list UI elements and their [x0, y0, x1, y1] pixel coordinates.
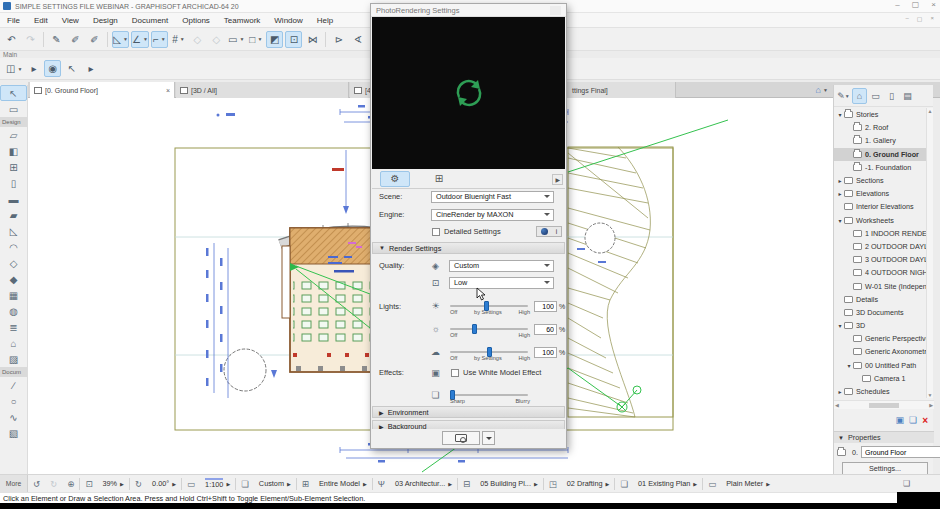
tree-expand-icon[interactable]: ▸: [836, 388, 844, 395]
slope-icon[interactable]: ∠▼: [131, 31, 149, 48]
tree-item-3d[interactable]: ▾3D: [834, 319, 927, 332]
redo-icon[interactable]: ↷: [22, 31, 39, 48]
tree-expand-icon[interactable]: ▾: [836, 217, 844, 224]
minimize-button[interactable]: –: [895, 0, 899, 9]
menu-file[interactable]: File: [0, 13, 27, 27]
tree-expand-icon[interactable]: ▾: [845, 362, 853, 369]
chevron-right-icon[interactable]: ▶: [606, 481, 610, 487]
chevron-right-icon[interactable]: ▶: [448, 481, 452, 487]
scene-select[interactable]: Outdoor Bluenight Fast: [431, 191, 554, 203]
menu-document[interactable]: Document: [125, 13, 175, 27]
chevron-right-icon[interactable]: ▶: [226, 481, 230, 487]
dimension-style-value[interactable]: Plain Meter: [726, 479, 763, 488]
tree-item-generic-axonometr[interactable]: Generic Axonometr: [834, 345, 927, 358]
marquee-tool[interactable]: ▭: [0, 101, 27, 117]
tree-item-2-roof[interactable]: 2. Roof: [834, 121, 927, 134]
model-filter-icon[interactable]: ⊞: [302, 479, 309, 489]
tree-expand-icon[interactable]: ▸: [836, 190, 844, 197]
fit-view-icon[interactable]: ⊡: [85, 479, 92, 489]
stair-tool[interactable]: ≣: [0, 319, 27, 335]
forward-icon[interactable]: ▸: [25, 60, 42, 77]
sun-light-value[interactable]: [534, 301, 557, 312]
arrow-mode-icon[interactable]: ↖: [63, 60, 80, 77]
menu-window[interactable]: Window: [267, 13, 309, 27]
pan-icon[interactable]: ◩: [266, 31, 283, 48]
zoom-icon[interactable]: ⋈: [304, 31, 321, 48]
structure-filter-value[interactable]: Entire Model: [319, 479, 360, 488]
menu-teamwork[interactable]: Teamwork: [217, 13, 267, 27]
snap-points-icon[interactable]: ◇: [208, 31, 225, 48]
tree-item-0-ground-floor[interactable]: 0. Ground Floor: [834, 148, 927, 161]
properties-header[interactable]: ▼ Properties: [834, 431, 934, 443]
door-tool[interactable]: ◧: [0, 143, 27, 159]
start-render-button[interactable]: [442, 431, 480, 445]
tree-item-interior-elevations[interactable]: Interior Elevations: [834, 200, 927, 213]
quality-select[interactable]: Custom: [449, 260, 554, 272]
morph-tool[interactable]: ◆: [0, 271, 27, 287]
drafting-icon[interactable]: ◳: [549, 479, 557, 489]
orientation-value[interactable]: 0.00°: [152, 479, 169, 488]
tree-expand-icon[interactable]: ▸: [836, 177, 844, 184]
circle-tool[interactable]: ○: [0, 393, 27, 409]
model-view-options-value[interactable]: 05 Building Pl...: [480, 479, 531, 488]
scale-icon[interactable]: ▭: [187, 479, 195, 489]
menu-options[interactable]: Options: [175, 13, 217, 27]
tree-expand-icon[interactable]: ▾: [836, 322, 844, 329]
view-tab-1[interactable]: [3D / All]: [176, 82, 349, 98]
ambient-light-value[interactable]: [534, 347, 557, 358]
dimension-icon[interactable]: ▭: [708, 479, 716, 489]
trim-icon[interactable]: ⊳: [330, 31, 347, 48]
tree-item-generic-perspective[interactable]: Generic Perspective: [834, 332, 927, 345]
close-button[interactable]: ×: [931, 0, 936, 9]
project-map-tab[interactable]: ⌂: [852, 88, 867, 104]
tree-vertical-scrollbar[interactable]: ▲▼: [926, 108, 933, 398]
pick-color-icon[interactable]: ✐: [86, 31, 103, 48]
pen-set-value[interactable]: 03 Architectur...: [395, 479, 445, 488]
rotate-view-icon[interactable]: ↻: [135, 479, 142, 489]
line-tool[interactable]: ∕: [0, 377, 27, 393]
relative-coords-icon[interactable]: ⌐▼: [151, 31, 168, 48]
tree-item-2-outdoor-daylig[interactable]: 2 OUTDOOR DAYLIG: [834, 240, 927, 253]
tree-item-details[interactable]: Details: [834, 293, 927, 306]
drawing-scale-value[interactable]: 1:100: [205, 478, 223, 489]
dialog-close-button[interactable]: [550, 6, 561, 15]
fit-in-window-icon[interactable]: ⊡: [285, 31, 302, 48]
arrow-tool[interactable]: ↖: [0, 85, 27, 101]
measure-icon[interactable]: ∢: [349, 31, 366, 48]
window-tool[interactable]: ⊞: [0, 159, 27, 175]
undo-view-icon[interactable]: ↺: [33, 479, 40, 489]
document-window-controls[interactable]: –▢×: [905, 15, 934, 22]
tab-layout-icon[interactable]: ❏: [903, 479, 910, 488]
slab-tool[interactable]: ▰: [0, 207, 27, 223]
mesh-tool[interactable]: ▨: [0, 351, 27, 367]
render-options-dropdown[interactable]: [482, 431, 495, 445]
wall-tool[interactable]: ▱: [0, 127, 27, 143]
quality-sub-select[interactable]: Low: [449, 277, 554, 289]
tree-item-1-indoor-render[interactable]: 1 INDOOR RENDER: [834, 227, 927, 240]
menu-design[interactable]: Design: [86, 13, 125, 27]
marquee-mode-icon[interactable]: ▭▼: [227, 31, 245, 48]
tab-settings[interactable]: ⚙: [380, 171, 410, 187]
tree-item-stories[interactable]: ▾Stories: [834, 108, 927, 121]
dialog-tab-more-button[interactable]: ▶: [552, 174, 563, 185]
shell-tool[interactable]: ◠: [0, 239, 27, 255]
renovation-filter-value[interactable]: 01 Existing Plan: [638, 479, 690, 488]
object-tool[interactable]: ◍: [0, 303, 27, 319]
chevron-right-icon[interactable]: ▶: [534, 481, 538, 487]
tree-item-3d-documents[interactable]: 3D Documents: [834, 306, 927, 319]
delete-icon[interactable]: ×: [922, 415, 928, 426]
story-name-field[interactable]: [861, 446, 940, 458]
project-chooser-button[interactable]: ✎▼: [836, 88, 851, 104]
graphic-override-value[interactable]: 02 Drafting: [567, 479, 603, 488]
chevron-right-icon[interactable]: ▶: [172, 481, 176, 487]
pickup-parameters-icon[interactable]: ✎: [48, 31, 65, 48]
roof-tool[interactable]: ◺: [0, 223, 27, 239]
dialog-title-bar[interactable]: PhotoRendering Settings: [371, 4, 566, 17]
view-map-tab[interactable]: ▭: [868, 88, 883, 104]
layout-book-tab[interactable]: ▯: [884, 88, 899, 104]
beam-tool[interactable]: ▬: [0, 191, 27, 207]
layer-combo-icon[interactable]: ❏: [241, 479, 249, 489]
tree-item-4-outdoor-night[interactable]: 4 OUTDOOR NIGHT: [834, 266, 927, 279]
chevron-right-icon[interactable]: ▶: [363, 481, 367, 487]
tree-item-w-01-site-indepen[interactable]: W-01 Site (Indepen: [834, 279, 927, 292]
